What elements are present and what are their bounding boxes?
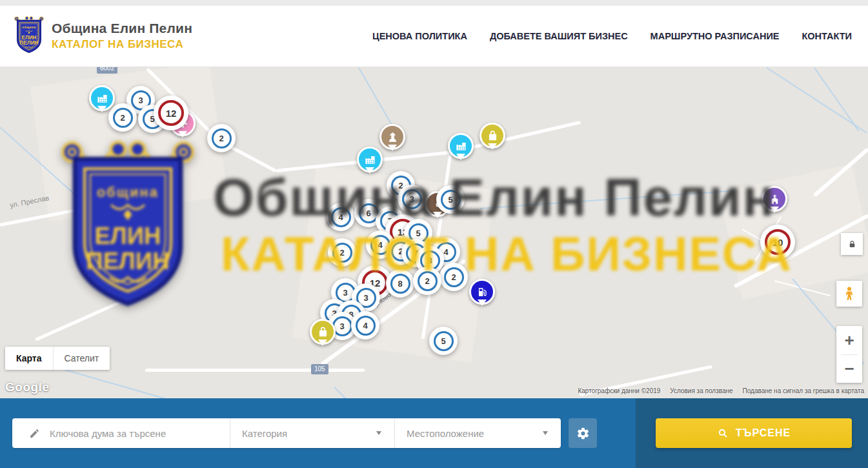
cluster-count: 4 — [356, 316, 376, 336]
zoom-out-button[interactable]: − — [836, 355, 862, 383]
cluster-count: 12 — [158, 100, 184, 126]
nav-pricing-policy[interactable]: ЦЕНОВА ПОЛИТИКА — [372, 31, 467, 41]
attribution-terms-link[interactable]: Условия за ползване — [670, 387, 732, 394]
church-icon — [769, 193, 781, 205]
main-nav: ЦЕНОВА ПОЛИТИКА ДОБАВЕТЕ ВАШИЯТ БИЗНЕС М… — [372, 6, 852, 66]
attribution-report-link[interactable]: Подаване на сигнал за грешка в картата — [743, 387, 864, 394]
lock-icon — [847, 239, 857, 249]
site-subtitle: КАТАЛОГ НА БИЗНЕСА — [52, 38, 192, 51]
logo-text-line2: ПЕЛИН — [20, 40, 39, 46]
road-label: ул. Преслав — [9, 194, 50, 209]
cluster-marker[interactable]: 4 — [351, 311, 379, 340]
zoom-in-button[interactable]: + — [836, 327, 862, 354]
gear-icon — [576, 427, 590, 440]
chevron-down-icon — [543, 431, 548, 435]
top-strip — [0, 0, 868, 6]
search-button-label: ТЪРСЕНЕ — [736, 427, 791, 439]
watermark-logo-text-line2: ПЕЛИН — [86, 248, 169, 274]
nav-add-your-business[interactable]: ДОБАВЕТЕ ВАШИЯТ БИЗНЕС — [490, 31, 628, 41]
pencil-icon — [29, 428, 40, 439]
cluster-count: 5 — [441, 190, 461, 210]
location-select[interactable]: Местоположение — [395, 418, 561, 448]
map-type-control: Карта Сателит — [5, 347, 110, 370]
cluster-count: 2 — [212, 128, 232, 148]
logo-text-top: община — [22, 25, 35, 29]
cluster-marker[interactable]: 5 — [429, 327, 458, 355]
cluster-count: 3 — [402, 189, 422, 209]
cluster-marker[interactable]: 5 — [436, 185, 465, 214]
cluster-marker[interactable]: 2 — [328, 238, 356, 267]
cluster-marker[interactable]: 8 — [386, 269, 414, 298]
map-canvas[interactable]: 6002105ул. Преславбул. „Новосел325122235… — [0, 67, 868, 398]
map-pin-church[interactable] — [762, 186, 787, 212]
google-logo[interactable]: Google — [5, 380, 49, 394]
factory-icon — [455, 140, 467, 152]
cluster-marker[interactable]: 12 — [154, 96, 188, 130]
advanced-search-button[interactable] — [569, 418, 597, 448]
pegman-icon — [842, 286, 857, 301]
zoom-control: + − — [836, 326, 862, 383]
water-line — [480, 190, 734, 209]
watermark-title: Община Елин Пелин — [213, 167, 776, 228]
map-pin-factory[interactable] — [89, 85, 115, 111]
map-type-satellite-button[interactable]: Сателит — [53, 347, 110, 370]
search-form: Категория Местоположение — [12, 418, 561, 448]
fullscreen-lock-button[interactable] — [841, 233, 863, 255]
search-button[interactable]: ТЪРСЕНЕ — [656, 418, 852, 448]
municipality-logo: община ЕЛИН ПЕЛИН — [14, 15, 45, 56]
water-line — [814, 67, 859, 131]
cluster-count: 2 — [332, 243, 352, 263]
cluster-count: 5 — [434, 331, 454, 351]
water-line — [334, 387, 414, 398]
attribution-copyright: Картографски данни ©2019 — [578, 387, 660, 394]
road-line — [145, 369, 365, 372]
keyword-field — [12, 418, 230, 448]
map-pin-worker[interactable] — [379, 124, 405, 150]
map-type-map-button[interactable]: Карта — [5, 347, 53, 370]
worker-icon — [387, 131, 399, 143]
factory-icon — [364, 154, 376, 166]
cluster-count: 10 — [765, 229, 791, 255]
cluster-marker[interactable]: 2 — [108, 103, 137, 132]
site-title: Община Елин Пелин — [52, 21, 192, 36]
road-line — [35, 289, 148, 341]
fuel-icon — [476, 286, 489, 298]
map-attribution: Картографски данни ©2019 Условия за полз… — [578, 387, 864, 394]
search-bar: Категория Местоположение ТЪРСЕНЕ — [0, 398, 868, 468]
chevron-down-icon — [376, 431, 381, 435]
cluster-count: 8 — [390, 274, 410, 294]
header: община ЕЛИН ПЕЛИН Община Елин Пелин КАТА… — [0, 6, 868, 67]
water-line — [358, 68, 395, 130]
category-placeholder: Категория — [242, 428, 287, 439]
map-pin-shopping-bag[interactable] — [310, 319, 336, 345]
cluster-marker[interactable]: 2 — [207, 124, 236, 152]
watermark-logo-text-line1: ЕЛИН — [94, 223, 161, 249]
shopping-bag-icon — [487, 130, 499, 142]
category-select[interactable]: Категория — [230, 418, 395, 448]
brand-text: Община Елин Пелин КАТАЛОГ НА БИЗНЕСА — [52, 21, 192, 51]
page: община ЕЛИН ПЕЛИН Община Елин Пелин КАТА… — [0, 0, 868, 468]
cluster-count: 2 — [418, 271, 438, 291]
location-placeholder: Местоположение — [407, 428, 484, 439]
cluster-marker[interactable]: 4 — [327, 203, 355, 231]
street-view-pegman-button[interactable] — [836, 281, 862, 307]
factory-icon — [96, 92, 108, 105]
cluster-count: 2 — [444, 267, 464, 287]
cluster-marker[interactable]: 3 — [398, 185, 426, 213]
cluster-marker[interactable]: 10 — [760, 225, 795, 259]
shopping-bag-icon — [317, 326, 329, 338]
cluster-count: 2 — [113, 108, 133, 128]
road-label: 105 — [311, 364, 328, 374]
keyword-input[interactable] — [48, 427, 216, 440]
map-pin-shopping-bag[interactable] — [479, 123, 505, 148]
brand[interactable]: община ЕЛИН ПЕЛИН Община Елин Пелин КАТА… — [14, 15, 192, 56]
cluster-marker[interactable]: 2 — [413, 267, 441, 295]
map-pin-factory[interactable] — [448, 133, 474, 159]
cluster-marker[interactable]: 2 — [439, 263, 468, 291]
nav-route-schedule[interactable]: МАРШРУТНО РАЗПИСАНИЕ — [651, 31, 780, 41]
nav-contacts[interactable]: КОНТАКТИ — [802, 31, 852, 41]
map-pin-fuel[interactable] — [469, 279, 495, 305]
map-pin-factory[interactable] — [357, 147, 383, 172]
cluster-count: 4 — [331, 207, 351, 227]
road-label: 6002 — [97, 67, 117, 74]
